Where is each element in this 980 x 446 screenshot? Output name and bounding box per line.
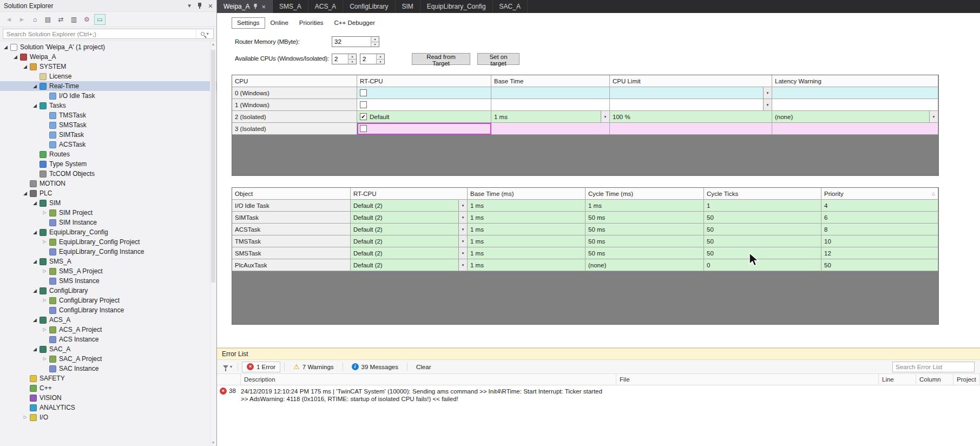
- dropdown-arrow-icon[interactable]: ▼: [458, 259, 467, 271]
- document-tab-configlibrary[interactable]: ConfigLibrary: [343, 0, 395, 13]
- rt-cpu-cell[interactable]: [357, 99, 491, 111]
- tree-item-solution-weipa-a-1-project[interactable]: ◢Solution 'Weipa_A' (1 project): [0, 42, 216, 52]
- task-cycle-time-cell[interactable]: 50 ms: [586, 212, 704, 224]
- tree-item-plc[interactable]: ◢PLC: [0, 188, 216, 198]
- error-col-description[interactable]: Description: [241, 374, 616, 385]
- tree-item-c[interactable]: C++: [0, 383, 216, 393]
- base-time-cell[interactable]: [491, 123, 610, 135]
- expanded-arrow-icon[interactable]: ◢: [31, 227, 38, 237]
- tree-item-smstask[interactable]: SMSTask: [0, 120, 216, 130]
- preview-selected-items-icon[interactable]: ▭: [94, 14, 106, 25]
- task-priority-cell[interactable]: 12: [821, 247, 938, 259]
- document-tab-sac-a[interactable]: SAC_A: [493, 0, 528, 13]
- tree-item-system[interactable]: ◢SYSTEM: [0, 62, 216, 71]
- tree-item-i-o-idle-task[interactable]: I/O Idle Task: [0, 91, 216, 101]
- task-rt-cpu-cell[interactable]: Default (2)▼: [351, 247, 468, 259]
- error-list-title-bar[interactable]: Error List: [217, 348, 980, 360]
- task-cycle-ticks-cell[interactable]: 50: [704, 224, 821, 235]
- expanded-arrow-icon[interactable]: ◢: [12, 52, 19, 62]
- task-rt-cpu-cell[interactable]: Default (2)▼: [351, 259, 468, 271]
- error-row[interactable]: ×3824/12/2019 12:10:24 PM 175 ms | 'Twin…: [217, 385, 980, 403]
- messages-filter-button[interactable]: i 39 Messages: [347, 362, 403, 372]
- cpus-windows-field[interactable]: [332, 54, 348, 64]
- tab-priorities[interactable]: Priorities: [294, 17, 329, 29]
- tree-item-acs-instance[interactable]: ACS Instance: [0, 334, 216, 344]
- task-cycle-time-cell[interactable]: 50 ms: [586, 235, 704, 247]
- cpus-windows-spinbox[interactable]: ▲▼: [332, 54, 357, 64]
- error-col-line[interactable]: Line: [879, 374, 916, 385]
- tree-item-sac-instance[interactable]: SAC Instance: [0, 364, 216, 373]
- tree-item-acs-a[interactable]: ◢ACS_A: [0, 315, 216, 325]
- task-priority-cell[interactable]: 6: [821, 212, 938, 224]
- latency-warning-cell[interactable]: [772, 99, 938, 111]
- tree-item-equiplibrary-config-project[interactable]: ▷EquipLibrary_Config Project: [0, 237, 216, 247]
- task-base-time-cell[interactable]: 1 ms: [468, 235, 586, 247]
- error-col-file[interactable]: File: [616, 374, 879, 385]
- tree-item-sim-project[interactable]: ▷SIM Project: [0, 208, 216, 218]
- task-rt-cpu-cell[interactable]: Default (2)▼: [351, 200, 468, 212]
- rt-cpu-cell[interactable]: ✔Default: [357, 111, 491, 123]
- router-memory-spinbox[interactable]: ▲▼: [332, 36, 379, 47]
- document-tab-equiplibrary-config[interactable]: EquipLibrary_Config: [420, 0, 493, 13]
- task-base-time-cell[interactable]: 1 ms: [468, 200, 586, 212]
- show-all-files-icon[interactable]: ▥: [68, 14, 80, 25]
- task-base-time-cell[interactable]: 1 ms: [468, 212, 586, 224]
- tree-item-vision[interactable]: VISION: [0, 393, 216, 403]
- cpu-limit-cell[interactable]: ▼: [610, 99, 772, 111]
- task-cycle-ticks-cell[interactable]: 1: [704, 200, 821, 212]
- tree-item-type-system[interactable]: Type System: [0, 159, 216, 169]
- expanded-arrow-icon[interactable]: ◢: [22, 188, 29, 198]
- warnings-filter-button[interactable]: ⚠ 7 Warnings: [288, 362, 338, 372]
- rt-cpu-checkbox[interactable]: [360, 89, 367, 96]
- tree-item-routes[interactable]: Routes: [0, 149, 216, 159]
- tree-item-analytics[interactable]: ANALYTICS: [0, 403, 216, 412]
- spin-up-icon[interactable]: ▲: [371, 37, 379, 42]
- error-col-column[interactable]: Column: [916, 374, 953, 385]
- tree-item-configlibrary-project[interactable]: ▷ConfigLibrary Project: [0, 296, 216, 305]
- latency-warning-cell[interactable]: (none)▼: [772, 111, 938, 123]
- pin-icon[interactable]: [197, 3, 202, 9]
- tree-item-weipa-a[interactable]: ◢Weipa_A: [0, 52, 216, 62]
- expanded-arrow-icon[interactable]: ◢: [31, 81, 38, 91]
- task-cycle-ticks-cell[interactable]: 50: [704, 212, 821, 224]
- tree-item-motion[interactable]: MOTION: [0, 179, 216, 188]
- task-priority-cell[interactable]: 4: [821, 200, 938, 212]
- base-time-cell[interactable]: 1 ms▼: [491, 111, 610, 123]
- collapsed-arrow-icon[interactable]: ▷: [41, 208, 48, 218]
- spin-up-icon[interactable]: ▲: [348, 54, 356, 60]
- task-cycle-ticks-cell[interactable]: 50: [704, 235, 821, 247]
- filter-button[interactable]: ▾: [221, 364, 234, 369]
- rt-cpu-checkbox[interactable]: [360, 125, 367, 132]
- errors-filter-button[interactable]: × 1 Error: [242, 362, 280, 372]
- latency-warning-cell[interactable]: [772, 87, 938, 99]
- tree-item-equiplibrary-config[interactable]: ◢EquipLibrary_Config: [0, 227, 216, 237]
- rt-cpu-cell[interactable]: [357, 123, 491, 135]
- task-cycle-time-cell[interactable]: 50 ms: [586, 224, 704, 235]
- document-tab-acs-a[interactable]: ACS_A: [308, 0, 343, 13]
- read-from-target-button[interactable]: Read from Target: [412, 53, 470, 65]
- tree-item-simtask[interactable]: SIMTask: [0, 130, 216, 140]
- base-time-cell[interactable]: [491, 99, 610, 111]
- dropdown-arrow-icon[interactable]: ▼: [458, 247, 467, 259]
- expanded-arrow-icon[interactable]: ◢: [22, 62, 29, 71]
- search-magnifier-button[interactable]: ▾: [196, 29, 213, 38]
- cpu-limit-cell[interactable]: [610, 123, 772, 135]
- expanded-arrow-icon[interactable]: ◢: [31, 315, 38, 325]
- collapsed-arrow-icon[interactable]: ▷: [41, 296, 48, 305]
- search-box[interactable]: ▾: [3, 29, 214, 39]
- expanded-arrow-icon[interactable]: ◢: [31, 198, 38, 208]
- error-search-box[interactable]: [892, 362, 975, 372]
- task-cycle-ticks-cell[interactable]: 50: [704, 247, 821, 259]
- rt-cpu-cell[interactable]: [357, 87, 491, 99]
- task-cycle-time-cell[interactable]: 1 ms: [586, 200, 704, 212]
- tab-online[interactable]: Online: [265, 17, 294, 29]
- task-cycle-time-cell[interactable]: 50 ms: [586, 247, 704, 259]
- document-tab-weipa-a[interactable]: Weipa_A×: [217, 0, 273, 13]
- tree-item-sms-a-project[interactable]: ▷SMS_A Project: [0, 266, 216, 276]
- document-tab-sim[interactable]: SIM: [396, 0, 420, 13]
- scroll-down-icon[interactable]: ▼: [211, 440, 216, 446]
- tab-settings[interactable]: Settings: [232, 17, 265, 29]
- tree-item-safety[interactable]: SAFETY: [0, 373, 216, 383]
- cpus-isolated-spinbox[interactable]: ▲▼: [360, 54, 385, 64]
- chevron-down-icon[interactable]: ▾: [188, 3, 191, 9]
